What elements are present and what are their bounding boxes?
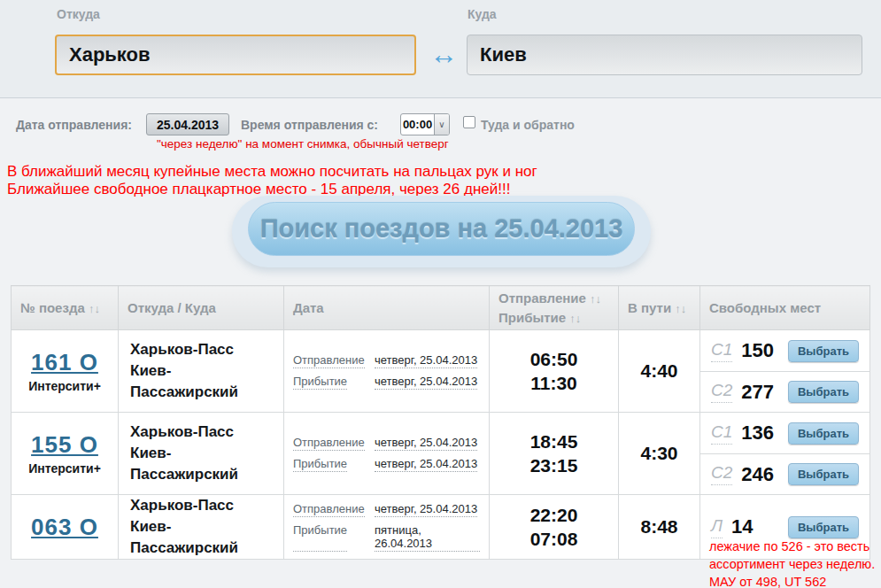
departure-time-select[interactable]: 00:00 ∨: [400, 113, 450, 135]
departure-date-row-label: Отправление: [293, 502, 365, 517]
header-duration: В пути ↑↓: [619, 286, 700, 330]
chevron-down-icon[interactable]: ∨: [434, 114, 449, 135]
route-cell: Харьков-Пасс Киев-Пассажирский: [119, 495, 284, 560]
header-date: Дата: [284, 286, 490, 330]
header-train-number: № поезда ↑↓: [12, 286, 119, 330]
departure-date-value: четверг, 25.04.2013: [375, 502, 477, 517]
departure-date-row-label: Отправление: [293, 436, 365, 451]
route-form-section: Откуда Куда Харьков ↔ Киев: [0, 0, 881, 98]
arrival-time: 07:08: [490, 527, 618, 551]
departure-time-value: 00:00: [401, 114, 434, 135]
duration-cell: 4:30: [619, 413, 700, 495]
arrival-date-row-label: Прибытие: [293, 523, 347, 552]
route-to: Киев-Пассажирский: [130, 443, 274, 485]
seat-option: С1 136 Выбрать: [700, 413, 869, 453]
seat-count: 277: [741, 381, 774, 404]
train-category: Интерсити+: [12, 461, 118, 476]
route-cell: Харьков-Пасс Киев-Пассажирский: [119, 330, 284, 413]
route-from: Харьков-Пасс: [130, 495, 274, 516]
arrival-time: 23:15: [490, 453, 618, 477]
departure-date-label: Дата отправления:: [16, 118, 132, 132]
search-trains-button[interactable]: Поиск поездов на 25.04.2013: [248, 202, 635, 256]
swap-direction-icon[interactable]: ↔: [428, 39, 460, 69]
route-cell: Харьков-Пасс Киев-Пассажирский: [119, 413, 284, 495]
header-departure-arrival: Отправление ↑↓ Прибытие ↑↓: [490, 286, 619, 330]
duration-cell: 8:48: [619, 495, 700, 560]
train-number-link[interactable]: 063 О: [31, 514, 98, 540]
departure-time-label: Время отправления с:: [241, 118, 378, 132]
header-seats: Свободных мест: [700, 286, 870, 330]
departure-date-field[interactable]: 25.04.2013: [146, 113, 229, 135]
train-number-link[interactable]: 155 О: [31, 431, 98, 458]
seats-cell: С1 136 Выбрать С2 246 Выбрать: [700, 413, 870, 495]
seat-count: 150: [741, 339, 774, 362]
seat-option: С2 277 Выбрать: [700, 371, 869, 412]
departure-time: 06:50: [490, 347, 618, 371]
to-input[interactable]: Киев: [467, 35, 862, 75]
seat-option: С1 150 Выбрать: [700, 330, 869, 371]
seat-class: Л: [711, 516, 723, 538]
train-category: Интерсити+: [12, 379, 118, 393]
select-seats-button[interactable]: Выбрать: [788, 422, 859, 445]
seat-class: С1: [711, 422, 732, 445]
date-cell: Отправление четверг, 25.04.2013 Прибытие…: [284, 413, 490, 495]
departure-date-value: четверг, 25.04.2013: [375, 436, 477, 451]
times-cell: 18:45 23:15: [490, 413, 619, 495]
seats-cell: С1 150 Выбрать С2 277 Выбрать: [700, 330, 870, 413]
select-seats-button[interactable]: Выбрать: [788, 463, 859, 485]
seat-count: 246: [741, 463, 774, 486]
departure-date-value: четверг, 25.04.2013: [375, 353, 477, 368]
train-number-cell: 161 О Интерсити+: [12, 330, 119, 413]
roundtrip-label: Туда и обратно: [481, 118, 575, 132]
seat-class: С2: [711, 381, 732, 403]
arrival-date-row-label: Прибытие: [293, 375, 347, 390]
seat-count: 136: [741, 422, 774, 445]
arrival-date-value: пятница, 26.04.2013: [375, 523, 480, 552]
sort-duration-icon[interactable]: ↑↓: [675, 302, 686, 315]
availability-warning-line1: В ближайший месяц купейные места можно п…: [7, 163, 537, 181]
table-row: 063 О Харьков-Пасс Киев-Пассажирский Отп…: [12, 495, 870, 560]
arrival-date-value: четверг, 25.04.2013: [375, 457, 477, 472]
train-number-cell: 155 О Интерсити+: [12, 413, 119, 495]
table-row: 155 О Интерсити+ Харьков-Пасс Киев-Пасса…: [12, 413, 870, 495]
seats-cell: Л 14 Выбрать лежачие по 526 - это весть …: [700, 495, 870, 560]
route-to: Киев-Пассажирский: [130, 360, 274, 403]
date-annotation-note: "через неделю" на момент снимка, обычный…: [157, 137, 449, 151]
date-cell: Отправление четверг, 25.04.2013 Прибытие…: [284, 330, 490, 413]
departure-time: 18:45: [490, 429, 618, 453]
seats-annotation-note: лежачие по 526 - это весть ассортимент ч…: [709, 538, 881, 588]
train-number-link[interactable]: 161 О: [31, 349, 98, 375]
train-number-cell: 063 О: [12, 495, 119, 560]
header-route: Откуда / Куда: [119, 286, 284, 330]
availability-warning: В ближайший месяц купейные места можно п…: [7, 163, 537, 197]
departure-date-row-label: Отправление: [293, 353, 365, 368]
seat-option: С2 246 Выбрать: [700, 453, 869, 494]
sort-arrival-icon[interactable]: ↑↓: [569, 312, 581, 325]
seat-class: С1: [711, 340, 732, 362]
select-seats-button[interactable]: Выбрать: [788, 516, 859, 538]
select-seats-button[interactable]: Выбрать: [788, 340, 859, 362]
date-cell: Отправление четверг, 25.04.2013 Прибытие…: [284, 495, 490, 560]
times-cell: 22:20 07:08: [490, 495, 619, 560]
sort-departure-icon[interactable]: ↑↓: [590, 292, 601, 306]
arrival-time: 11:30: [490, 371, 618, 395]
times-cell: 06:50 11:30: [490, 330, 619, 413]
route-to: Киев-Пассажирский: [130, 516, 274, 559]
arrival-date-value: четверг, 25.04.2013: [375, 375, 477, 390]
from-label: Откуда: [57, 7, 100, 21]
table-row: 161 О Интерсити+ Харьков-Пасс Киев-Пасса…: [12, 330, 870, 413]
train-results-table: № поезда ↑↓ Откуда / Куда Дата Отправлен…: [11, 285, 870, 560]
table-header-row: № поезда ↑↓ Откуда / Куда Дата Отправлен…: [12, 286, 870, 330]
duration-cell: 4:40: [619, 330, 700, 413]
departure-time: 22:20: [490, 503, 618, 527]
route-from: Харьков-Пасс: [130, 422, 274, 443]
arrival-date-row-label: Прибытие: [293, 457, 347, 472]
sort-train-number-icon[interactable]: ↑↓: [89, 302, 100, 315]
seat-class: С2: [711, 463, 732, 485]
route-from: Харьков-Пасс: [130, 339, 274, 360]
to-label: Куда: [468, 7, 497, 21]
select-seats-button[interactable]: Выбрать: [788, 381, 859, 403]
roundtrip-checkbox[interactable]: [463, 116, 475, 128]
seat-count: 14: [731, 515, 753, 538]
from-input[interactable]: Харьков: [55, 35, 416, 75]
